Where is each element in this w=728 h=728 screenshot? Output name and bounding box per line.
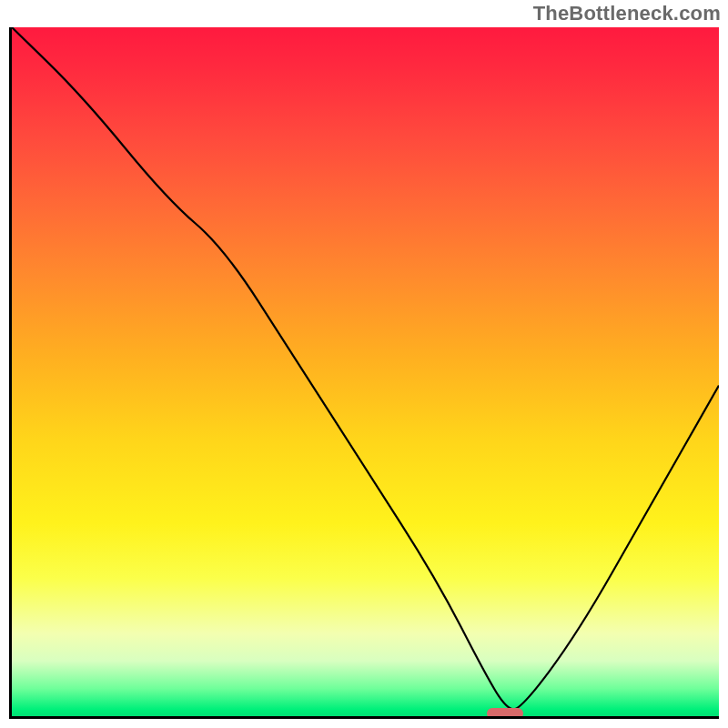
valley-marker (487, 708, 523, 719)
chart-container: TheBottleneck.com (0, 0, 728, 728)
curve-path (12, 27, 719, 709)
plot-area (9, 27, 719, 719)
line-curve (12, 27, 719, 716)
watermark-text: TheBottleneck.com (533, 2, 721, 25)
